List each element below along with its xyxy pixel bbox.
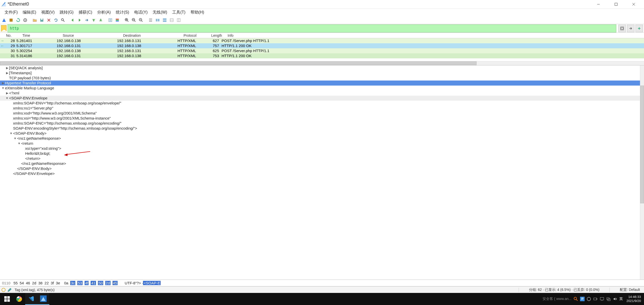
tray-monitor-icon[interactable] [600,297,604,301]
toolbar-misc3-icon[interactable] [162,17,168,23]
toolbar-zoomfit-icon[interactable] [138,17,144,23]
tree-node[interactable]: xmlns:SOAP-ENV="http://schemas.xmlsoap.o… [0,101,644,106]
tray-p-icon[interactable]: P [580,297,585,301]
tree-node[interactable]: Hello!&lt;br&gt; [0,151,644,156]
tree-node[interactable]: SOAP-ENV:encodingStyle="http://schemas.x… [0,126,644,131]
tree-node[interactable]: xsi:type="xsd:string"> [0,146,644,151]
tree-node[interactable]: </SOAP-ENV:Envelope> [0,171,644,176]
toolbar-reload-icon[interactable] [53,17,59,23]
toolbar-resize-cols-icon[interactable] [148,17,154,23]
taskbar-vscode-icon[interactable] [25,293,37,305]
menu-item[interactable]: 分析(A) [95,9,113,16]
packet-bytes-pane[interactable]: 0110 5554462d38223f3e0a3c534f41502d45 UT… [0,280,644,286]
disclosure-icon[interactable]: ▶ [1,81,5,86]
toolbar-misc5-icon[interactable] [176,17,182,23]
details-vscrollbar[interactable] [640,65,644,280]
tray-clock[interactable]: 14:46:33 2021/9/20 [626,295,641,303]
col-header-time[interactable]: Time [21,33,61,37]
tray-circle-icon[interactable] [587,297,591,301]
disclosure-icon[interactable]: ▼ [9,131,13,136]
menu-item[interactable]: 捕获(C) [76,9,95,16]
toolbar-save-icon[interactable] [39,17,45,23]
taskbar-wireshark-icon[interactable] [37,293,49,305]
disclosure-icon[interactable]: ▶ [5,70,9,75]
tree-node[interactable]: ▶[SEQ/ACK analysis] [0,65,644,70]
packet-row[interactable]: ←295.301717192.168.0.131192.168.0.138HTT… [0,43,644,48]
tray-volume-icon[interactable] [613,297,617,301]
status-profile[interactable]: 配置: Default [620,288,640,292]
tree-node[interactable]: ▼<return [0,141,644,146]
packet-row[interactable]: 315.314186192.168.0.131192.168.0.138HTTP… [0,53,644,58]
tray-battery-icon[interactable] [593,297,598,301]
toolbar-start-capture-icon[interactable] [1,17,7,23]
disclosure-icon[interactable]: ▼ [13,136,17,141]
col-header-destination[interactable]: Destination [122,33,182,37]
tree-node[interactable]: TCP payload (703 bytes) [0,75,644,81]
packet-list-body[interactable]: →285.281401192.168.0.138192.168.0.131HTT… [0,38,644,61]
menu-item[interactable]: 无线(W) [150,9,170,16]
tree-node[interactable]: ▼<ns1:getNameResponse> [0,136,644,141]
tree-node[interactable]: ▼eXtensible Markup Language [0,86,644,91]
tray-network-icon[interactable] [606,297,611,301]
toolbar-goto-icon[interactable] [84,17,90,23]
toolbar-open-icon[interactable] [32,17,38,23]
col-header-info[interactable]: Info [226,33,644,37]
disclosure-icon[interactable]: ▶ [5,65,9,70]
bookmark-icon[interactable] [1,25,7,32]
col-header-protocol[interactable]: Protocol [182,33,210,37]
packet-list-hscrollbar[interactable] [0,61,644,65]
add-filter-button[interactable] [635,25,643,32]
toolbar-colorize-icon[interactable] [114,17,120,23]
start-button[interactable] [1,293,13,305]
minimize-button[interactable] [590,0,607,9]
toolbar-restart-capture-icon[interactable] [15,17,21,23]
apply-filter-button[interactable] [627,25,634,32]
tree-node[interactable]: ▼<SOAP-ENV:Envelope [0,96,644,101]
toolbar-options-icon[interactable] [22,17,28,23]
packet-row[interactable]: 305.302254192.168.0.138192.168.0.131HTTP… [0,48,644,53]
tree-node[interactable]: ▶[Timestamps] [0,70,644,75]
toolbar-gotop-icon[interactable] [91,17,97,23]
display-filter-input[interactable] [8,24,616,32]
taskbar-chrome-icon[interactable] [13,293,25,305]
edit-icon[interactable] [7,287,12,292]
close-button[interactable] [625,0,642,9]
tree-node[interactable]: ▶Hypertext Transfer Protocol [0,81,644,86]
toolbar-zoomout-icon[interactable] [131,17,137,23]
menu-item[interactable]: 视图(V) [39,9,57,16]
col-header-length[interactable]: Length [210,33,226,37]
search-icon[interactable] [574,297,578,301]
toolbar-find-icon[interactable] [60,17,66,23]
menu-item[interactable]: 电话(Y) [132,9,150,16]
col-header-no[interactable]: No. [5,33,21,37]
toolbar-close-icon[interactable] [46,17,52,23]
menu-item[interactable]: 文件(F) [2,9,20,16]
toolbar-back-icon[interactable] [69,17,76,23]
tree-node[interactable]: </return> [0,156,644,161]
toolbar-forward-icon[interactable] [77,17,83,23]
disclosure-icon[interactable]: ▼ [5,96,9,101]
tree-node[interactable]: ▼<SOAP-ENV:Body> [0,131,644,136]
expert-info-icon[interactable] [2,288,6,292]
tree-node[interactable]: </ns1:getNameResponse> [0,161,644,166]
disclosure-icon[interactable]: ▼ [17,141,21,146]
packet-details-pane[interactable]: ▶[SEQ/ACK analysis]▶[Timestamps] TCP pay… [0,65,644,280]
disclosure-icon[interactable]: ▼ [1,86,5,91]
col-header-source[interactable]: Source [61,33,122,37]
maximize-button[interactable] [607,0,625,9]
tree-node[interactable]: xmlns:SOAP-ENC="http://schemas.xmlsoap.o… [0,121,644,126]
tree-node[interactable]: xmlns:ns1="Server.php" [0,106,644,111]
disclosure-icon[interactable]: ▶ [5,91,9,96]
tree-node[interactable]: ▶<?xml [0,91,644,96]
toolbar-autoscroll-icon[interactable] [107,17,113,23]
tree-node[interactable]: xmlns:xsd="http://www.w3.org/2001/XMLSch… [0,111,644,116]
tray-ime[interactable]: 英 [619,297,623,301]
packet-row[interactable]: →285.281401192.168.0.138192.168.0.131HTT… [0,38,644,43]
menu-item[interactable]: 跳转(G) [57,9,76,16]
toolbar-stop-capture-icon[interactable] [8,17,14,23]
toolbar-misc4-icon[interactable] [169,17,175,23]
toolbar-zoomin-icon[interactable] [124,17,130,23]
menu-item[interactable]: 编辑(E) [20,9,39,16]
clear-filter-button[interactable] [618,25,626,32]
toolbar-gobot-icon[interactable] [98,17,104,23]
